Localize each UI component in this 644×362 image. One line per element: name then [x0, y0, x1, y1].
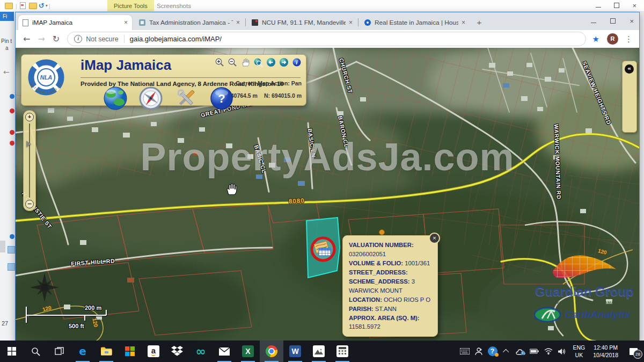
file-explorer-taskbar-icon[interactable] — [94, 341, 118, 362]
help-icon[interactable]: ? — [209, 86, 234, 111]
map-viewport[interactable]: GREAT POND BLVD CHURCH ST BASIC LN BASIC… — [16, 48, 639, 341]
tab-strip: iMAP Jamaica × Tax Administration Jamaic… — [16, 12, 639, 30]
site-info-icon[interactable]: i — [74, 35, 82, 43]
language-indicator[interactable]: ENG UK — [569, 344, 589, 359]
zoom-out-button[interactable]: − — [25, 200, 34, 208]
tab-close-icon[interactable]: × — [462, 19, 465, 26]
red-badge-icon[interactable] — [10, 130, 14, 135]
security-label: Not secure — [86, 35, 118, 43]
svg-text:NLA: NLA — [40, 74, 53, 81]
close-button[interactable]: × — [632, 2, 636, 9]
back-arrow-icon[interactable]: ← — [3, 68, 10, 76]
new-tab-button[interactable]: + — [473, 17, 486, 28]
close-button[interactable]: × — [630, 18, 634, 25]
dropbox-taskbar-icon[interactable] — [165, 341, 189, 362]
world-globe-icon[interactable] — [103, 86, 128, 111]
carib-analytix-logo — [533, 307, 561, 323]
red-badge-icon[interactable] — [10, 141, 14, 146]
maximize-button[interactable] — [610, 18, 616, 24]
clock[interactable]: 12:40 PM 10/4/2018 — [589, 344, 623, 359]
item-thumbnail[interactable] — [8, 263, 15, 271]
zoom-in-button[interactable]: + — [25, 113, 34, 121]
ribbon-tab-picture-tools[interactable]: Picture Tools — [107, 0, 154, 12]
minimize-button[interactable] — [591, 19, 596, 23]
word-taskbar-icon[interactable]: W — [283, 341, 307, 362]
item-thumbnail[interactable] — [8, 246, 15, 254]
svg-text:?: ? — [218, 92, 225, 105]
volume-icon[interactable] — [555, 341, 569, 362]
svg-text:i: i — [296, 60, 298, 66]
tab-close-icon[interactable]: × — [349, 19, 353, 26]
ribbon-tab-screenshots[interactable]: Screenshots — [157, 0, 191, 12]
help-tray-icon[interactable]: ? — [486, 341, 500, 362]
road-number-label: 8080 — [289, 197, 305, 205]
url-omnibox[interactable]: i Not secure gaia.globejamaica.com/iMAP/ — [67, 32, 586, 46]
zoom-slider[interactable]: + − — [23, 110, 36, 211]
battery-icon[interactable] — [528, 341, 541, 362]
parcel-marker-icon[interactable] — [312, 238, 334, 260]
profile-avatar[interactable]: R — [607, 33, 618, 45]
show-hidden-icons-chevron[interactable] — [500, 341, 514, 362]
folder-icon[interactable] — [5, 3, 13, 9]
file-menu-badge[interactable]: Fi — [0, 12, 14, 21]
edge-taskbar-icon[interactable]: e — [71, 341, 94, 362]
undo-icon[interactable]: ↺ — [39, 2, 45, 9]
folder-icon[interactable] — [29, 3, 37, 9]
previous-extent-icon[interactable] — [266, 57, 276, 67]
mail-taskbar-icon[interactable] — [213, 341, 236, 362]
taj-favicon — [139, 19, 145, 26]
search-button[interactable] — [24, 341, 47, 362]
wifi-icon[interactable] — [541, 341, 555, 362]
tab-tax-administration[interactable]: Tax Administration Jamaica - TA × — [135, 15, 244, 30]
task-view-button[interactable] — [47, 341, 71, 362]
browser-menu-icon[interactable]: ⋮ — [625, 34, 633, 44]
zoom-to-extent-icon[interactable] — [253, 57, 263, 67]
tab-real-estate[interactable]: Real Estate in Jamaica | Houses f × — [360, 15, 470, 30]
page-number: 27 — [2, 320, 8, 327]
zoom-track[interactable] — [29, 124, 30, 198]
caret-down-icon[interactable]: ▾ — [46, 3, 48, 8]
collapse-arrows-icon[interactable]: « — [625, 64, 634, 74]
reload-icon[interactable]: ↻ — [53, 34, 60, 44]
calculator-taskbar-icon[interactable] — [331, 341, 354, 362]
maximize-button[interactable] — [614, 3, 619, 8]
forward-icon[interactable]: → — [38, 34, 45, 44]
compass-tool-icon[interactable] — [138, 86, 163, 111]
infinity-app-taskbar-icon[interactable]: ∞ — [189, 341, 213, 362]
chrome-taskbar-icon[interactable] — [260, 341, 283, 362]
tab-close-icon[interactable]: × — [124, 19, 128, 26]
hand-cursor — [225, 182, 238, 196]
identify-info-icon[interactable]: i — [292, 57, 302, 67]
people-icon[interactable] — [472, 341, 486, 362]
side-panel-collapse-tab[interactable]: « — [622, 61, 637, 133]
explorer-left-edge: Fi Pin ta ← 27 — [0, 12, 16, 341]
touch-keyboard-icon[interactable] — [458, 341, 472, 362]
map-action-status: Current Map Action: Pan — [236, 80, 302, 86]
page-favicon — [23, 19, 28, 26]
next-extent-icon[interactable] — [279, 57, 289, 67]
popup-close-icon[interactable]: × — [429, 233, 440, 244]
blue-dot-icon[interactable] — [10, 234, 14, 239]
action-center-button[interactable]: 28 — [623, 341, 644, 362]
zoom-in-icon[interactable] — [215, 57, 224, 67]
checked-page-icon[interactable] — [20, 2, 26, 9]
photos-taskbar-icon[interactable] — [307, 341, 331, 362]
bookmark-star-icon[interactable]: ★ — [592, 34, 599, 44]
zoom-thumb[interactable] — [26, 141, 31, 147]
onedrive-cloud-icon[interactable] — [514, 341, 528, 362]
pan-hand-icon[interactable] — [240, 57, 250, 67]
back-icon[interactable]: ← — [23, 34, 30, 44]
real-estate-favicon — [364, 19, 371, 26]
blue-dot-icon[interactable] — [10, 94, 14, 99]
start-button[interactable] — [0, 341, 24, 362]
excel-taskbar-icon[interactable]: X — [236, 341, 260, 362]
tools-icon[interactable] — [174, 86, 199, 111]
minimize-button[interactable] — [596, 4, 601, 8]
microsoft-store-taskbar-icon[interactable] — [118, 341, 142, 362]
tab-close-icon[interactable]: × — [236, 19, 240, 26]
tab-imap-jamaica[interactable]: iMAP Jamaica × — [18, 15, 132, 30]
zoom-out-icon[interactable] — [228, 57, 237, 67]
amazon-taskbar-icon[interactable]: a — [142, 341, 165, 362]
tab-ncu-fm[interactable]: NCU FM, 91.1 FM, Mandeville | F × — [247, 15, 357, 30]
red-badge-icon[interactable] — [10, 108, 14, 113]
